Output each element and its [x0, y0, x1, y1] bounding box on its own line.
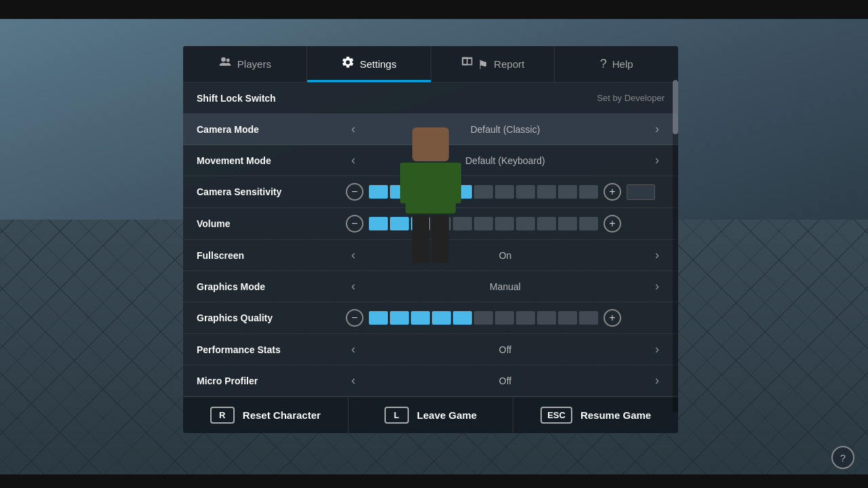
tab-help[interactable]: ? Help — [555, 46, 678, 82]
fullscreen-next[interactable]: › — [650, 247, 665, 264]
tab-settings[interactable]: Settings — [307, 46, 431, 82]
leave-key-badge: L — [384, 407, 409, 424]
slider-block — [516, 311, 535, 325]
setting-shift-lock: Shift Lock Switch Set by Developer — [183, 83, 678, 114]
shift-lock-label: Shift Lock Switch — [197, 93, 346, 104]
camera-mode-prev[interactable]: ‹ — [346, 121, 361, 138]
slider-block — [495, 311, 514, 325]
scrollbar[interactable] — [673, 80, 678, 412]
camera-sensitivity-number[interactable]: 1 — [627, 184, 655, 200]
micro-profiler-control: ‹ Off › — [346, 372, 665, 389]
micro-profiler-prev[interactable]: ‹ — [346, 372, 361, 389]
performance-stats-label: Performance Stats — [197, 344, 346, 355]
fullscreen-prev[interactable]: ‹ — [346, 247, 361, 264]
tab-report-label: Report — [494, 58, 524, 70]
performance-stats-value: Off — [368, 344, 643, 355]
graphics-quality-label: Graphics Quality — [197, 312, 346, 323]
camera-mode-control: ‹ Default (Classic) › — [346, 121, 665, 138]
svg-point-0 — [221, 58, 226, 62]
graphics-mode-label: Graphics Mode — [197, 281, 346, 292]
slider-block — [495, 217, 514, 230]
movement-mode-next[interactable]: › — [650, 152, 665, 169]
graphics-mode-next[interactable]: › — [650, 278, 665, 295]
graphics-mode-control: ‹ Manual › — [346, 278, 665, 295]
help-float-button[interactable]: ? — [831, 446, 854, 469]
resume-key-badge: ESC — [540, 407, 572, 424]
graphics-mode-prev[interactable]: ‹ — [346, 278, 361, 295]
shift-lock-value: Set by Developer — [346, 93, 665, 103]
svg-point-1 — [226, 58, 230, 62]
avatar-arm-left — [400, 163, 411, 203]
camera-mode-label: Camera Mode — [197, 124, 346, 135]
performance-stats-control: ‹ Off › — [346, 341, 665, 358]
leave-game-button[interactable]: L Leave Game — [349, 397, 514, 433]
tab-players-label: Players — [237, 58, 271, 70]
reset-character-label: Reset Character — [243, 409, 321, 421]
slider-block — [474, 311, 493, 325]
slider-block — [495, 185, 514, 199]
avatar-leg-left — [412, 216, 429, 263]
movement-mode-prev[interactable]: ‹ — [346, 152, 361, 169]
players-icon — [218, 56, 232, 73]
micro-profiler-label: Micro Profiler — [197, 375, 346, 386]
slider-block — [579, 311, 598, 325]
setting-performance-stats: Performance Stats ‹ Off › — [183, 334, 678, 365]
slider-block — [390, 311, 409, 325]
tab-bar: Players Settings ⚑ Report ? He — [183, 46, 678, 83]
slider-block — [432, 311, 451, 325]
avatar-torso — [406, 163, 456, 214]
resume-game-button[interactable]: ESC Resume Game — [513, 397, 678, 433]
graphics-mode-value: Manual — [368, 281, 643, 292]
avatar-leg-right — [432, 216, 449, 263]
movement-mode-control: ‹ Default (Keyboard) › — [346, 152, 665, 169]
reset-key-badge: R — [210, 407, 235, 424]
graphics-quality-minus[interactable]: − — [346, 309, 363, 327]
volume-label: Volume — [197, 218, 346, 229]
slider-block — [369, 311, 388, 325]
scrollbar-thumb[interactable] — [673, 80, 678, 134]
camera-sensitivity-label: Camera Sensitivity — [197, 186, 346, 197]
camera-mode-next[interactable]: › — [650, 121, 665, 138]
help-float-icon: ? — [840, 452, 846, 464]
slider-block — [453, 311, 472, 325]
graphics-quality-plus[interactable]: + — [604, 309, 621, 327]
slider-block — [537, 311, 556, 325]
fullscreen-label: Fullscreen — [197, 250, 346, 261]
avatar-head — [412, 127, 449, 161]
reset-character-button[interactable]: R Reset Character — [183, 397, 349, 433]
tab-help-label: Help — [612, 58, 633, 70]
slider-block — [537, 185, 556, 199]
slider-block — [579, 217, 598, 230]
report-icon: ⚑ — [460, 56, 488, 73]
camera-sensitivity-control: − + 1 — [346, 183, 665, 201]
setting-micro-profiler: Micro Profiler ‹ Off › — [183, 365, 678, 396]
slider-block — [516, 217, 535, 230]
settings-icon — [341, 56, 355, 73]
tab-settings-label: Settings — [360, 58, 397, 70]
help-icon: ? — [600, 57, 607, 71]
performance-stats-prev[interactable]: ‹ — [346, 341, 361, 358]
slider-block — [474, 185, 493, 199]
slider-block — [369, 185, 388, 199]
micro-profiler-next[interactable]: › — [650, 372, 665, 389]
leave-game-label: Leave Game — [417, 409, 477, 421]
volume-plus[interactable]: + — [604, 215, 621, 232]
tab-players[interactable]: Players — [183, 46, 307, 82]
slider-block — [411, 311, 430, 325]
volume-minus[interactable]: − — [346, 215, 363, 232]
micro-profiler-value: Off — [368, 375, 643, 386]
tab-report[interactable]: ⚑ Report — [431, 46, 555, 82]
camera-sensitivity-minus[interactable]: − — [346, 183, 363, 201]
bottom-bar — [0, 474, 868, 488]
movement-mode-label: Movement Mode — [197, 155, 346, 166]
graphics-quality-control: − + — [346, 309, 665, 327]
performance-stats-next[interactable]: › — [650, 341, 665, 358]
character-avatar — [400, 127, 461, 263]
resume-game-label: Resume Game — [580, 409, 651, 421]
slider-block — [558, 185, 577, 199]
slider-block — [579, 185, 598, 199]
setting-graphics-quality: Graphics Quality − + — [183, 302, 678, 334]
top-bar — [0, 0, 868, 19]
slider-block — [516, 185, 535, 199]
camera-sensitivity-plus[interactable]: + — [604, 183, 621, 201]
